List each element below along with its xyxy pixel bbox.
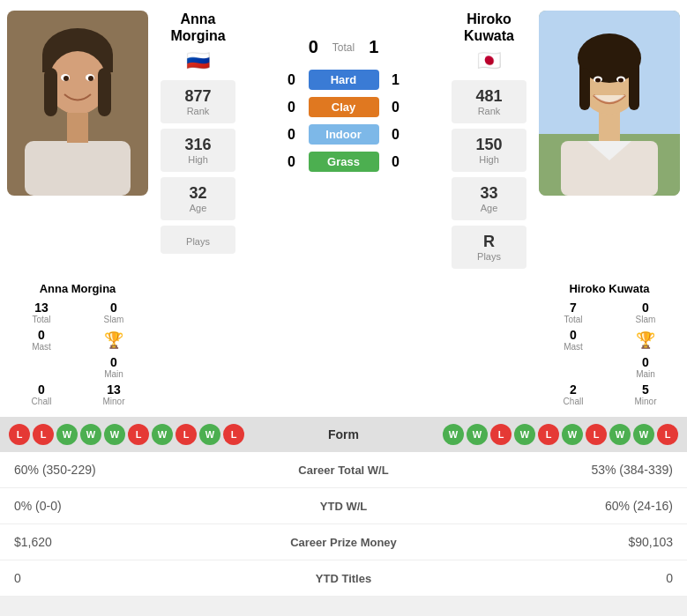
- player2-plays-box: R Plays: [452, 226, 526, 269]
- form-pill-2-10: L: [657, 424, 678, 445]
- player2-age-value: 33: [462, 184, 516, 203]
- player2-detail: Hiroko Kuwata 7 Total 0 Slam 0 Mast 🏆: [539, 282, 680, 406]
- clay-score-right: 0: [386, 100, 406, 115]
- player2-main-lbl: Main: [611, 369, 680, 379]
- player1-high-label: High: [171, 154, 225, 165]
- player1-slam-val: 0: [79, 301, 148, 315]
- player1-mast-stat: 0 Mast: [7, 328, 76, 352]
- player2-chall-val: 2: [539, 382, 608, 397]
- indoor-badge: Indoor: [309, 124, 379, 145]
- player1-trophy-icon: 🏆: [79, 328, 148, 352]
- career-wl-label: Career Total W/L: [256, 464, 432, 477]
- player1-minor-stat: 13 Minor: [79, 382, 148, 406]
- prize-label: Career Prize Money: [256, 536, 432, 549]
- player2-rank-label: Rank: [462, 106, 516, 116]
- player2-form: W W L W L W L W W L: [373, 424, 678, 445]
- player1-rank-value: 877: [171, 87, 225, 106]
- form-pill-2-4: W: [514, 424, 535, 445]
- player2-flag: 🇯🇵: [477, 49, 501, 72]
- player2-slam-stat: 0 Slam: [611, 301, 680, 324]
- player1-photo: [7, 11, 148, 196]
- hard-badge: Hard: [309, 70, 379, 90]
- player1-plays-label: Plays: [171, 236, 225, 247]
- ytd-wl-row: 0% (0-0) YTD W/L 60% (24-16): [0, 488, 687, 524]
- svg-point-27: [618, 78, 624, 83]
- player2-chall-lbl: Chall: [539, 397, 608, 406]
- player1-rank-label: Rank: [171, 106, 225, 116]
- indoor-score-left: 0: [282, 127, 302, 143]
- player1-high-value: 316: [171, 136, 225, 154]
- player2-minor-lbl: Minor: [611, 397, 680, 406]
- player2-main-val: 0: [611, 355, 680, 369]
- player1-flag: 🇷🇺: [186, 49, 210, 72]
- center-scores: 0 Total 1 0 Hard 1 0 Clay 0 0 Indoor 0: [248, 11, 439, 175]
- svg-rect-12: [44, 68, 57, 116]
- titles-label: YTD Titles: [256, 572, 432, 585]
- player2-photo: [539, 11, 680, 196]
- player1-age-label: Age: [171, 203, 225, 213]
- player2-mast-lbl: Mast: [539, 342, 608, 352]
- score-left-total: 0: [309, 37, 318, 57]
- player1-plays-box: Plays: [161, 226, 235, 254]
- total-label: Total: [332, 41, 355, 54]
- player2-prize: $90,103: [432, 535, 674, 549]
- player2-ytd-wl: 60% (24-16): [432, 499, 674, 513]
- player1-slam-lbl: Slam: [79, 315, 148, 324]
- grass-score-right: 0: [386, 154, 406, 170]
- player1-minor-val: 13: [79, 382, 148, 397]
- form-pill-1-2: L: [33, 424, 54, 445]
- player1-mast-lbl: Mast: [7, 342, 76, 352]
- svg-rect-13: [98, 68, 111, 116]
- player2-main-stat: 0 Main: [611, 355, 680, 379]
- form-pill-1-5: W: [104, 424, 125, 445]
- player1-form: L L W W W L W L W L: [9, 424, 314, 445]
- player1-detail: Anna Morgina 13 Total 0 Slam 0 Mast 🏆: [7, 282, 148, 406]
- player2-high-box: 150 High: [452, 129, 526, 172]
- form-pill-2-8: W: [609, 424, 631, 445]
- clay-badge: Clay: [309, 97, 379, 117]
- form-pill-1-4: W: [80, 424, 101, 445]
- svg-point-9: [88, 76, 93, 81]
- form-label: Form: [314, 427, 373, 442]
- player2-high-label: High: [462, 154, 516, 165]
- player2-plays-label: Plays: [462, 251, 516, 262]
- player1-slam-stat: 0 Slam: [79, 301, 148, 324]
- player2-titles: 0: [432, 571, 674, 585]
- form-pill-1-8: L: [175, 424, 197, 445]
- prize-row: $1,620 Career Prize Money $90,103: [0, 524, 687, 560]
- svg-point-26: [595, 78, 601, 83]
- player2-total-val: 7: [539, 301, 608, 315]
- player1-chall-stat: 0 Chall: [7, 382, 76, 406]
- form-pill-1-6: L: [128, 424, 149, 445]
- player1-age-value: 32: [171, 184, 225, 203]
- player2-minor-stat: 5 Minor: [611, 382, 680, 406]
- player2-name-top: Hiroko Kuwata: [446, 11, 532, 44]
- player2-name-bottom: Hiroko Kuwata: [539, 282, 680, 295]
- form-pill-2-1: W: [443, 424, 464, 445]
- player1-minor-lbl: Minor: [79, 397, 148, 406]
- clay-score-left: 0: [282, 100, 302, 115]
- svg-rect-22: [579, 68, 590, 110]
- player2-mast-stat: 0 Mast: [539, 328, 608, 352]
- form-pill-1-7: W: [152, 424, 173, 445]
- titles-row: 0 YTD Titles 0: [0, 560, 687, 597]
- stats-section: 60% (350-229) Career Total W/L 53% (384-…: [0, 452, 687, 597]
- player1-total-val: 13: [7, 301, 76, 315]
- form-pill-1-10: L: [223, 424, 244, 445]
- player2-minor-val: 5: [611, 382, 680, 397]
- player1-prize: $1,620: [14, 535, 256, 549]
- grass-badge: Grass: [309, 152, 379, 172]
- player2-age-box: 33 Age: [452, 177, 526, 220]
- player1-rank-box: 877 Rank: [161, 80, 235, 123]
- player2-total-stat: 7 Total: [539, 301, 608, 324]
- form-pill-1-1: L: [9, 424, 30, 445]
- form-pill-2-3: L: [490, 424, 512, 445]
- form-pill-2-5: L: [538, 424, 559, 445]
- player2-rank-box: 481 Rank: [452, 80, 526, 123]
- svg-point-8: [63, 76, 69, 81]
- player2-total-lbl: Total: [539, 315, 608, 324]
- ytd-wl-label: YTD W/L: [256, 500, 432, 513]
- svg-rect-10: [25, 141, 131, 196]
- form-pill-2-9: W: [633, 424, 654, 445]
- player1-high-box: 316 High: [161, 129, 235, 172]
